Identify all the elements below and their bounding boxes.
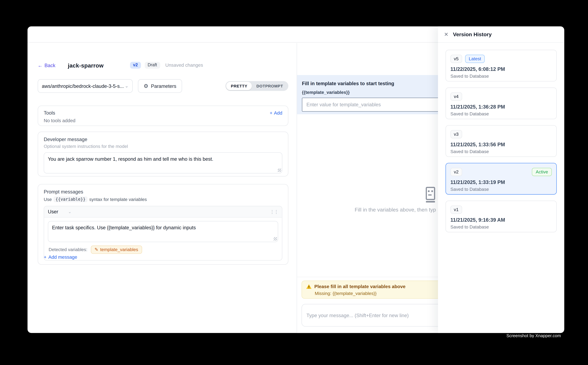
tools-header: Tools + Add bbox=[44, 110, 282, 116]
version-date: 11/21/2025, 1:36:28 PM bbox=[450, 104, 552, 110]
developer-message-card: Developer message Optional system instru… bbox=[38, 132, 288, 176]
version-badge-row: v4 bbox=[450, 92, 552, 101]
model-select[interactable]: aws/anthropic/bedrock-claude-3-5-s... ⌄ bbox=[38, 79, 133, 93]
plus-icon: + bbox=[270, 110, 272, 116]
version-date: 11/22/2025, 6:08:12 PM bbox=[450, 66, 552, 72]
hint-prefix: Use bbox=[44, 197, 52, 202]
version-saved-status: Saved to Database bbox=[450, 111, 552, 116]
message-body: Enter task specifics. Use {{template_var… bbox=[44, 218, 282, 260]
version-history-panel: ✕ Version History v5 Latest 11/22/2025, … bbox=[438, 26, 564, 333]
add-message-label: Add message bbox=[48, 255, 77, 260]
version-date: 11/21/2025, 9:16:39 AM bbox=[450, 217, 552, 223]
toggle-pretty[interactable]: PRETTY bbox=[226, 82, 252, 90]
version-badge: v2 bbox=[130, 62, 141, 69]
version-history-header: ✕ Version History bbox=[438, 26, 564, 42]
tools-empty-text: No tools added bbox=[44, 118, 282, 123]
parameters-label: Parameters bbox=[151, 83, 176, 89]
version-number-badge: v3 bbox=[450, 130, 462, 138]
drag-handle-icon[interactable]: ⋮⋮ bbox=[270, 209, 278, 214]
version-card-v2-active[interactable]: v2 Active 11/21/2025, 1:33:19 PM Saved t… bbox=[446, 163, 557, 195]
version-card-v3[interactable]: v3 11/21/2025, 1:33:56 PM Saved to Datab… bbox=[446, 125, 557, 157]
version-card-v4[interactable]: v4 11/21/2025, 1:36:28 PM Saved to Datab… bbox=[446, 87, 557, 119]
prompt-messages-card: Prompt messages Use {{variable}} syntax … bbox=[38, 184, 288, 265]
version-number-badge: v4 bbox=[450, 92, 462, 101]
pencil-icon: ✎ bbox=[95, 247, 98, 252]
template-variable-chip-label: template_variables bbox=[100, 247, 138, 252]
version-badge-row: v3 bbox=[450, 130, 552, 138]
message-block: User ⌄ ⋮⋮ Enter task specifics. Use {{te… bbox=[44, 206, 282, 260]
back-label: Back bbox=[44, 63, 55, 68]
hint-suffix: syntax for template variables bbox=[89, 197, 147, 202]
add-tool-button[interactable]: + Add bbox=[270, 110, 282, 116]
prompt-messages-title: Prompt messages bbox=[44, 189, 282, 195]
warning-title: Please fill in all template variables ab… bbox=[314, 284, 405, 289]
version-date: 11/21/2025, 1:33:19 PM bbox=[450, 180, 552, 185]
back-button[interactable]: ← Back bbox=[38, 63, 55, 68]
developer-message-title: Developer message bbox=[44, 136, 282, 142]
toggle-dotprompt[interactable]: DOTPROMPT bbox=[252, 82, 288, 90]
version-saved-status: Saved to Database bbox=[450, 74, 552, 79]
stage: ← Back jack-sparrow v2 Draft Unsaved cha… bbox=[0, 0, 588, 365]
version-badge-row: v1 bbox=[450, 205, 552, 214]
version-card-v5[interactable]: v5 Latest 11/22/2025, 6:08:12 PM Saved t… bbox=[446, 50, 557, 81]
view-mode-toggle: PRETTY DOTPROMPT bbox=[226, 81, 288, 91]
message-textarea-wrap: Enter task specifics. Use {{template_var… bbox=[48, 221, 278, 242]
app-window: ← Back jack-sparrow v2 Draft Unsaved cha… bbox=[28, 26, 564, 333]
template-variable-chip[interactable]: ✎ template_variables bbox=[91, 246, 142, 254]
chevron-down-icon: ⌄ bbox=[125, 83, 128, 89]
developer-message-subtitle: Optional system instructions for the mod… bbox=[44, 144, 282, 149]
bot-face-icon bbox=[422, 186, 439, 203]
developer-message-textarea[interactable]: You are jack sparrow number 1, respond a… bbox=[44, 152, 282, 173]
status-badge: Draft bbox=[145, 62, 160, 69]
plus-icon: + bbox=[44, 255, 47, 260]
tools-card: Tools + Add No tools added bbox=[38, 106, 288, 126]
close-icon[interactable]: ✕ bbox=[444, 31, 449, 37]
warning-triangle-icon bbox=[306, 284, 312, 289]
detected-variables-label: Detected variables: bbox=[49, 247, 87, 252]
version-card-v1[interactable]: v1 11/21/2025, 9:16:39 AM Saved to Datab… bbox=[446, 201, 557, 232]
version-number-badge: v5 bbox=[450, 55, 462, 63]
back-arrow-icon: ← bbox=[38, 63, 43, 68]
message-header: User ⌄ ⋮⋮ bbox=[44, 206, 282, 218]
active-badge: Active bbox=[532, 168, 552, 176]
unsaved-changes-label: Unsaved changes bbox=[165, 63, 203, 68]
doc-header: ← Back jack-sparrow v2 Draft Unsaved cha… bbox=[38, 60, 286, 71]
add-message-button[interactable]: + Add message bbox=[44, 255, 77, 260]
gear-icon: ⚙ bbox=[144, 83, 148, 89]
version-saved-status: Saved to Database bbox=[450, 187, 552, 192]
add-tool-label: Add bbox=[274, 110, 282, 116]
version-number-badge: v1 bbox=[450, 205, 462, 214]
page-title: jack-sparrow bbox=[68, 62, 104, 69]
tools-title: Tools bbox=[44, 110, 55, 116]
watermark: Screenshot by Xnapper.com bbox=[445, 333, 561, 338]
variable-syntax-hint: Use {{variable}} syntax for template var… bbox=[44, 197, 282, 202]
message-textarea[interactable]: Enter task specifics. Use {{template_var… bbox=[48, 221, 278, 242]
detected-variables-row: Detected variables: ✎ template_variables bbox=[48, 245, 278, 257]
role-select-value: User bbox=[48, 209, 58, 215]
version-badge-row: v5 Latest bbox=[450, 55, 552, 63]
version-list: v5 Latest 11/22/2025, 6:08:12 PM Saved t… bbox=[446, 50, 557, 238]
role-select[interactable]: User ⌄ bbox=[48, 209, 71, 215]
variable-code-chip: {{variable}} bbox=[54, 197, 87, 202]
model-select-value: aws/anthropic/bedrock-claude-3-5-s... bbox=[42, 83, 124, 89]
version-saved-status: Saved to Database bbox=[450, 224, 552, 230]
version-history-title: Version History bbox=[453, 31, 492, 37]
version-number-badge: v2 bbox=[450, 168, 462, 176]
parameters-button[interactable]: ⚙ Parameters bbox=[138, 79, 182, 93]
model-row: aws/anthropic/bedrock-claude-3-5-s... ⌄ … bbox=[38, 79, 288, 93]
chevron-down-icon: ⌄ bbox=[68, 209, 71, 214]
version-date: 11/21/2025, 1:33:56 PM bbox=[450, 142, 552, 147]
developer-message-wrap: You are jack sparrow number 1, respond a… bbox=[44, 152, 282, 173]
version-saved-status: Saved to Database bbox=[450, 149, 552, 154]
latest-badge: Latest bbox=[465, 55, 485, 63]
